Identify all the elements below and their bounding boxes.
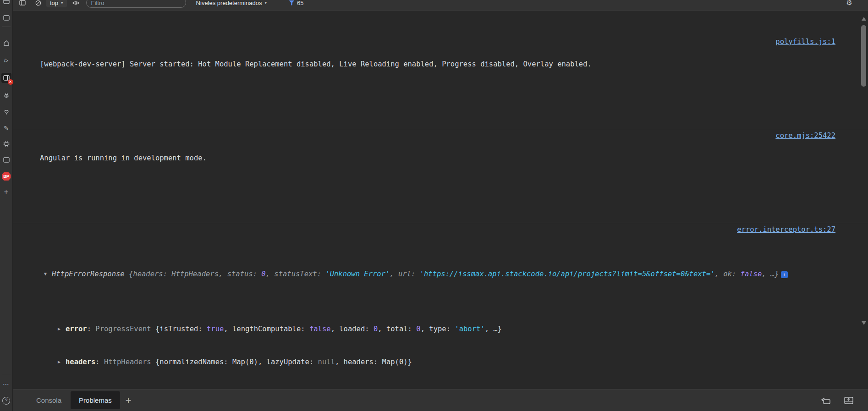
more-tools-icon[interactable]: ⋯ — [1, 379, 11, 389]
text-token: , — [266, 270, 275, 278]
add-tool-icon[interactable]: + — [1, 187, 11, 197]
text-token: {isTrusted: — [155, 325, 207, 333]
info-icon[interactable]: i — [781, 271, 788, 278]
text-token: 'abort' — [455, 325, 484, 333]
text-token: [webpack-dev-server] Server started: Hot… — [40, 60, 592, 68]
text-token: false — [309, 325, 331, 333]
console-toolbar: top ▾ Niveles predeterminados ▾ 65 ⚙ — [13, 0, 868, 11]
message-text: Angular is running in development mode. — [40, 153, 827, 164]
text-token: 'https://issmax.api.stackcode.io/api/pro… — [420, 270, 715, 278]
scroll-up-arrow[interactable] — [862, 17, 866, 21]
text-token: , — [715, 270, 724, 278]
text-token: ok — [723, 270, 732, 278]
hidden-messages-counter[interactable]: 65 — [289, 0, 303, 6]
dock-panel-icon[interactable] — [843, 395, 854, 406]
text-token: , …} — [485, 325, 502, 333]
text-token: : — [95, 358, 104, 366]
text-token: HttpErrorResponse — [52, 270, 129, 278]
expand-arrow[interactable]: ▶ — [58, 356, 66, 367]
text-token: : — [87, 325, 96, 333]
settings-gear-icon[interactable]: ⚙ — [846, 0, 852, 7]
network-icon[interactable] — [1, 107, 11, 117]
error-object-group: error.interceptor.ts:27 ▼HttpErrorRespon… — [13, 223, 868, 389]
tab-console[interactable]: Consola — [28, 389, 70, 411]
error-count-badge: ✕ — [8, 79, 13, 85]
scroll-down-arrow[interactable] — [862, 321, 866, 325]
live-expression-eye-icon[interactable] — [71, 0, 81, 7]
source-link[interactable]: core.mjs:25422 — [775, 131, 835, 141]
console-message: Angular is running in development mode. … — [13, 129, 868, 198]
text-token: true — [207, 325, 224, 333]
filter-box — [86, 0, 186, 8]
expand-arrow[interactable]: ▼ — [44, 269, 52, 279]
help-icon[interactable]: ? — [1, 395, 11, 406]
elements-code-icon[interactable]: /> — [1, 55, 11, 66]
object-property: ▶headers: HttpHeaders {normalizedNames: … — [58, 356, 827, 367]
text-token: status — [227, 270, 253, 278]
text-token: , type: — [421, 325, 455, 333]
log-levels-label: Niveles predeterminados — [196, 0, 262, 6]
context-label: top — [50, 0, 58, 6]
text-token: HttpHeaders — [104, 358, 155, 366]
add-tab-icon[interactable]: + — [126, 395, 132, 406]
panel-top-icon[interactable] — [1, 0, 11, 6]
tab-problems[interactable]: Problemas — [71, 391, 120, 409]
text-token: : — [317, 270, 326, 278]
object-property: ▶error: ProgressEvent {isTrusted: true, … — [58, 323, 827, 334]
chevron-down-icon: ▾ — [264, 0, 267, 5]
text-token: headers — [66, 358, 95, 366]
log-levels-dropdown[interactable]: Niveles predeterminados ▾ — [196, 0, 267, 6]
rotate-device-icon[interactable] — [820, 395, 831, 406]
console-message: [webpack-dev-server] Server started: Hot… — [13, 35, 868, 104]
activity-bar: /> ✕ ✎ BP + ⋯ ? — [0, 0, 13, 411]
text-token: url — [398, 270, 411, 278]
text-token: : — [411, 270, 420, 278]
text-token: headers — [133, 270, 163, 278]
hidden-count: 65 — [297, 0, 303, 6]
console-panel-icon[interactable]: ✕ — [1, 73, 11, 83]
console-panel: top ▾ Niveles predeterminados ▾ 65 ⚙ [we… — [13, 0, 868, 389]
text-token: ProgressEvent — [95, 325, 155, 333]
text-token: statusText — [274, 270, 317, 278]
text-token: , …} — [762, 270, 779, 278]
home-icon[interactable] — [1, 38, 11, 48]
panel-bottom-icon[interactable] — [1, 155, 11, 165]
scrollbar-thumb[interactable] — [861, 25, 866, 87]
sidebar-divider — [2, 375, 11, 375]
text-token: 0 — [416, 325, 420, 333]
object-preview: ▼HttpErrorResponse {headers: HttpHeaders… — [40, 269, 827, 279]
text-token: error — [66, 325, 87, 333]
text-token: null — [318, 358, 335, 366]
text-token: : — [732, 270, 741, 278]
text-token: : — [163, 270, 172, 278]
text-token: : — [253, 270, 262, 278]
text-token: HttpHeaders — [171, 270, 219, 278]
text-token: , headers: Map(0)} — [335, 358, 412, 366]
text-token: Angular is running in development mode. — [40, 154, 207, 162]
console-sidebar-toggle-icon[interactable] — [18, 0, 27, 7]
context-selector[interactable]: top ▾ — [46, 0, 67, 7]
devtools-window: /> ✕ ✎ BP + ⋯ ? — [0, 0, 868, 411]
pen-icon[interactable]: ✎ — [1, 123, 11, 133]
text-token: 0 — [374, 325, 378, 333]
text-token: 'Unknown Error' — [325, 270, 390, 278]
text-token: , — [390, 270, 398, 278]
text-token: , lengthComputable: — [224, 325, 309, 333]
expand-arrow[interactable]: ▶ — [58, 323, 66, 334]
chip-icon[interactable] — [1, 139, 11, 149]
source-link[interactable]: error.interceptor.ts:27 — [737, 225, 835, 235]
bp-badge: BP — [2, 172, 11, 181]
sidebar-divider — [2, 27, 11, 27]
bottom-tab-bar: Consola Problemas + — [13, 389, 868, 411]
adblock-extension-icon[interactable]: BP — [1, 171, 11, 181]
clear-console-icon[interactable] — [33, 0, 43, 7]
bug-icon[interactable] — [1, 90, 11, 100]
source-link[interactable]: polyfills.js:1 — [775, 37, 835, 47]
text-token: 0 — [261, 270, 265, 278]
text-token: , — [219, 270, 227, 278]
filter-input[interactable] — [86, 0, 186, 8]
text-token: , total: — [378, 325, 416, 333]
text-token: , loaded: — [331, 325, 374, 333]
panel-icon[interactable] — [1, 13, 11, 23]
text-token: { — [129, 270, 133, 278]
